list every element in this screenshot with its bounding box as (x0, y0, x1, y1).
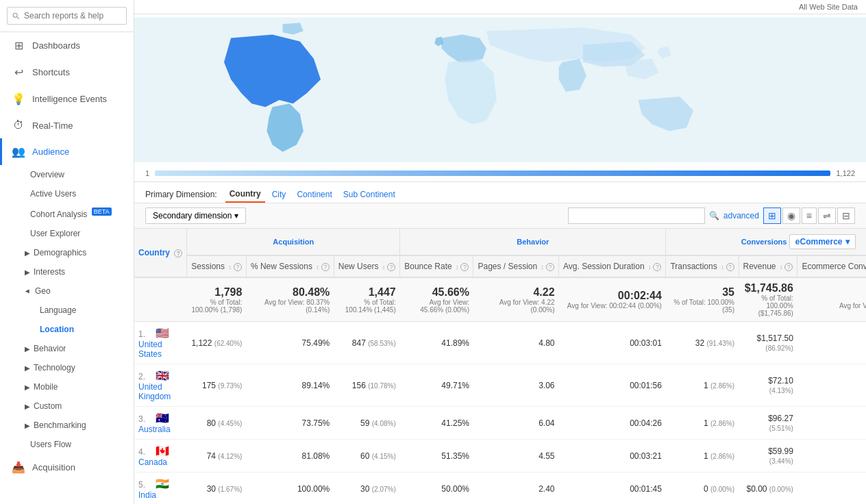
new-users-cell: 30 (2.07%) (334, 473, 400, 505)
pages-session-cell: 6.04 (473, 407, 559, 440)
country-link[interactable]: India (138, 490, 156, 500)
sidebar-sub-overview[interactable]: Overview (0, 165, 134, 184)
totals-row: 1,798 % of Total: 100.00% (1,798) 80.48%… (134, 277, 866, 322)
sidebar-group-behavior[interactable]: ▶Behavior (0, 339, 134, 358)
totals-sessions: 1,798 % of Total: 100.00% (1,798) (187, 277, 247, 322)
country-cell: 3. 🇦🇺 Australia (134, 407, 187, 440)
benchmarking-label: Benchmarking (34, 420, 86, 430)
sidebar-group-benchmarking[interactable]: ▶Benchmarking (0, 416, 134, 435)
pivot-view-button[interactable]: ⊟ (837, 207, 855, 224)
new-users-help[interactable]: ? (387, 263, 395, 271)
sidebar-group-geo[interactable]: ▼Geo (0, 281, 134, 301)
sidebar-sub-users-flow[interactable]: Users Flow (0, 435, 134, 454)
search-icon[interactable]: 🔍 (709, 211, 719, 220)
geo-label: Geo (35, 286, 51, 296)
top-bar: All Web Site Data (134, 0, 866, 14)
sidebar-group-demographics[interactable]: ▶Demographics (0, 243, 134, 262)
totals-country-cell (134, 277, 187, 322)
totals-avg-session: 00:02:44 Avg for View: 00:02:44 (0.00%) (559, 277, 666, 322)
country-link[interactable]: United Kingdom (138, 382, 171, 401)
sidebar-item-dashboards[interactable]: ⊞ Dashboards (0, 32, 134, 59)
bounce-rate-cell: 41.89% (400, 322, 473, 364)
pages-help[interactable]: ? (546, 263, 554, 271)
row-num: 4. (138, 447, 151, 457)
conversion-rate-col-header: Ecommerce Conversion Rate ↕? (797, 255, 866, 277)
world-map (134, 14, 866, 165)
sidebar-item-intelligence[interactable]: 💡 Intelligence Events (0, 86, 134, 112)
new-users-cell: 156 (10.78%) (334, 364, 400, 407)
avg-session-cell: 00:04:26 (559, 407, 666, 440)
sidebar-sub-active-users[interactable]: Active Users (0, 184, 134, 203)
totals-conversion-rate: 1.95% Avg for View: 1.95% (0.00%) (797, 277, 866, 322)
transactions-col-header: Transactions ↕? (666, 255, 739, 277)
revenue-cell: $96.27 (5.51%) (739, 407, 797, 440)
grid-view-button[interactable]: ⊞ (763, 207, 781, 224)
custom-label: Custom (34, 401, 62, 411)
sessions-cell: 30 (1.67%) (187, 473, 247, 505)
sidebar-group-technology[interactable]: ▶Technology (0, 358, 134, 377)
advanced-link[interactable]: advanced (723, 211, 759, 220)
revenue-cell: $59.99 (3.44%) (739, 440, 797, 473)
totals-pages-session: 4.22 Avg for View: 4.22 (0.00%) (473, 277, 559, 322)
totals-transactions: 35 % of Total: 100.00% (35) (666, 277, 739, 322)
sidebar-group-mobile[interactable]: ▶Mobile (0, 377, 134, 396)
country-flag: 🇬🇧 (156, 370, 169, 381)
country-cell: 2. 🇬🇧 United Kingdom (134, 364, 187, 407)
behavior-header: Behavior (400, 229, 666, 255)
shortcuts-icon: ↩ (12, 66, 25, 79)
new-users-cell: 59 (4.08%) (334, 407, 400, 440)
sidebar-group-interests[interactable]: ▶Interests (0, 262, 134, 281)
table-search-input[interactable] (568, 207, 705, 224)
sidebar-group-custom[interactable]: ▶Custom (0, 396, 134, 416)
transactions-cell: 0 (0.00%) (666, 473, 739, 505)
revenue-help[interactable]: ? (784, 263, 793, 271)
country-link[interactable]: Australia (138, 425, 171, 434)
sidebar-item-acquisition[interactable]: 📥 Acquisition (0, 454, 134, 481)
bar-view-button[interactable]: ≡ (802, 207, 817, 224)
interests-label: Interests (34, 267, 65, 277)
sidebar-item-audience[interactable]: 👥 Audience (0, 138, 134, 165)
search-box[interactable] (0, 0, 134, 32)
map-area (134, 14, 866, 165)
bounce-rate-cell: 50.00% (400, 473, 473, 505)
demographics-label: Demographics (34, 248, 86, 257)
sidebar-item-shortcuts[interactable]: ↩ Shortcuts (0, 59, 134, 86)
bounce-rate-cell: 41.25% (400, 407, 473, 440)
secondary-dim-button[interactable]: Secondary dimension ▾ (145, 207, 246, 224)
sidebar-sub-cohort[interactable]: Cohort Analysis BETA (0, 203, 134, 224)
sidebar-sub-language[interactable]: Language (0, 301, 134, 320)
transactions-cell: 1 (2.86%) (666, 364, 739, 407)
acquisition-icon: 📥 (12, 461, 25, 474)
sidebar-item-label: Real-Time (32, 121, 73, 131)
sidebar-item-realtime[interactable]: ⏱ Real-Time (0, 112, 134, 138)
sessions-help[interactable]: ? (234, 263, 242, 271)
sessions-cell: 175 (9.73%) (187, 364, 247, 407)
new-sessions-cell: 81.08% (246, 440, 334, 473)
avg-session-help[interactable]: ? (653, 263, 661, 271)
bounce-help[interactable]: ? (460, 263, 469, 271)
transactions-help[interactable]: ? (726, 263, 734, 271)
country-link[interactable]: Canada (138, 457, 167, 467)
totals-bounce-rate: 45.66% Avg for View: 45.66% (0.00%) (400, 277, 473, 322)
compare-view-button[interactable]: ⇌ (818, 207, 836, 224)
revenue-cell: $1,517.50 (86.92%) (739, 322, 797, 364)
country-link[interactable]: United States (138, 340, 162, 359)
transactions-cell: 1 (2.86%) (666, 407, 739, 440)
bounce-rate-cell: 51.35% (400, 440, 473, 473)
dim-sub-continent[interactable]: Sub Continent (339, 187, 399, 202)
legend-max: 1,122 (836, 169, 855, 177)
pie-view-button[interactable]: ◉ (782, 207, 800, 224)
ecommerce-dropdown[interactable]: eCommerce ▾ (789, 234, 856, 249)
search-input[interactable] (7, 7, 127, 25)
sidebar-sub-user-explorer[interactable]: User Explorer (0, 224, 134, 243)
dim-city[interactable]: City (268, 187, 290, 202)
intelligence-icon: 💡 (12, 92, 25, 105)
sidebar-sub-location[interactable]: Location (0, 320, 134, 339)
country-help-icon[interactable]: ? (174, 249, 182, 257)
dim-continent[interactable]: Continent (293, 187, 336, 202)
avg-session-cell: 00:01:56 (559, 364, 666, 407)
new-sessions-help[interactable]: ? (321, 263, 330, 271)
dim-country[interactable]: Country (225, 186, 265, 203)
row-num: 5. (138, 480, 151, 490)
sidebar-item-label: Acquisition (32, 462, 75, 473)
